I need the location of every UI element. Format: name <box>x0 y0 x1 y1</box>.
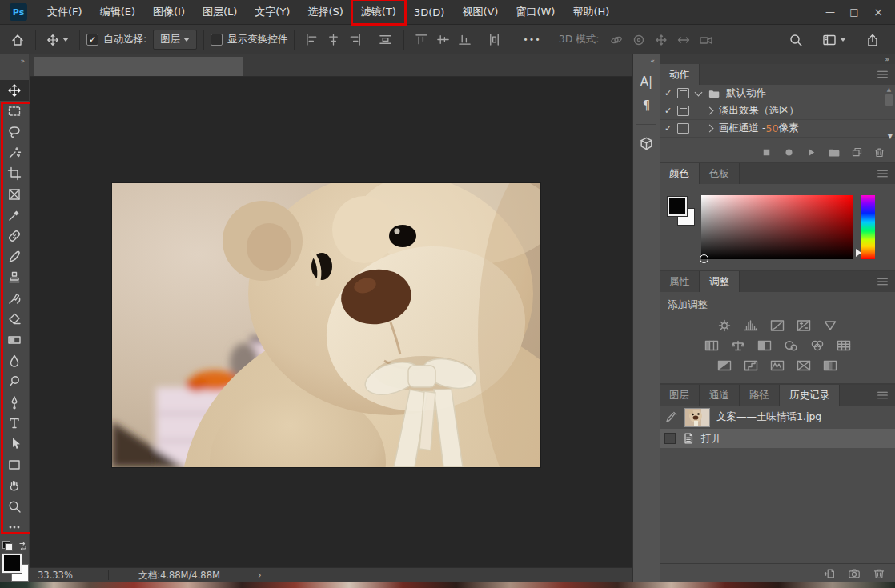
curves-button[interactable] <box>769 318 786 332</box>
gradient-map-button[interactable] <box>821 358 839 372</box>
menu-item-image[interactable]: 图像(I) <box>144 1 194 23</box>
new-action-set-button[interactable] <box>828 146 841 158</box>
hue-saturation-button[interactable] <box>703 338 720 352</box>
tool-dodge[interactable] <box>0 371 29 392</box>
history-source-checkbox[interactable] <box>664 433 676 444</box>
history-state-row-open[interactable]: 打开 <box>660 429 895 448</box>
tool-brush[interactable] <box>0 246 29 267</box>
hue-slider[interactable] <box>861 195 875 259</box>
tool-path-select[interactable] <box>0 434 29 454</box>
new-action-button[interactable] <box>851 146 863 158</box>
menu-item-layer[interactable]: 图层(L) <box>194 1 246 23</box>
close-button[interactable]: × <box>866 3 890 21</box>
zoom-level-field[interactable]: 33.33% <box>30 570 108 581</box>
tab-actions[interactable]: 动作 <box>660 64 700 85</box>
new-document-from-state-button[interactable] <box>823 567 836 580</box>
dialog-toggle-icon[interactable] <box>677 123 689 134</box>
tool-magic-wand[interactable] <box>0 142 29 163</box>
toolbar-collapse-button[interactable]: » <box>0 54 29 67</box>
threshold-button[interactable] <box>769 358 786 372</box>
tool-gradient[interactable] <box>0 330 29 350</box>
photo-filter-button[interactable] <box>782 338 800 352</box>
brightness-contrast-button[interactable] <box>716 318 733 332</box>
scroll-down-icon[interactable]: ▼ <box>888 133 893 140</box>
posterize-button[interactable] <box>742 358 760 372</box>
status-options-chevron[interactable]: › <box>250 570 270 581</box>
exposure-button[interactable] <box>795 318 813 332</box>
menu-item-view[interactable]: 视图(V) <box>453 1 507 23</box>
new-snapshot-button[interactable] <box>848 567 861 580</box>
tab-properties[interactable]: 属性 <box>660 271 700 292</box>
canvas[interactable] <box>30 77 632 567</box>
tool-move[interactable] <box>0 80 29 101</box>
character-panel-button[interactable]: A| <box>633 70 660 94</box>
invert-button[interactable] <box>716 358 733 372</box>
maximize-button[interactable]: □ <box>842 4 866 20</box>
more-options-button[interactable]: ••• <box>519 31 544 48</box>
collapse-panels-right-button[interactable]: » <box>885 55 889 63</box>
tool-clone-stamp[interactable] <box>0 267 29 288</box>
canvas-image-teddy-bear[interactable] <box>112 183 540 467</box>
scrollbar-thumb[interactable] <box>885 94 893 106</box>
3d-roll-button[interactable] <box>628 30 650 50</box>
align-left-button[interactable] <box>301 30 323 50</box>
selective-color-button[interactable] <box>795 358 813 372</box>
tab-channels[interactable]: 通道 <box>700 385 740 406</box>
tool-frame[interactable] <box>0 184 29 205</box>
scroll-up-icon[interactable]: ▲ <box>887 86 891 93</box>
color-balance-button[interactable] <box>729 338 747 352</box>
dialog-toggle-icon[interactable] <box>677 88 689 98</box>
align-top-button[interactable] <box>411 30 432 50</box>
action-enabled-check-icon[interactable]: ✓ <box>664 88 677 98</box>
action-row-default-actions[interactable]: ✓ 默认动作 <box>660 85 895 102</box>
menu-item-type[interactable]: 文字(Y) <box>246 1 299 23</box>
tool-blur[interactable] <box>0 350 29 371</box>
paragraph-panel-button[interactable]: ¶ <box>633 94 660 118</box>
workspace-switcher-button[interactable] <box>818 30 850 50</box>
tool-crop[interactable] <box>0 163 29 184</box>
tool-marquee[interactable] <box>0 101 29 122</box>
show-transform-checkbox[interactable]: ✓ <box>211 34 223 46</box>
delete-state-button[interactable] <box>873 567 885 580</box>
action-row-fade-effect[interactable]: ✓ 淡出效果（选区） <box>660 102 895 120</box>
black-white-button[interactable] <box>756 338 773 352</box>
tool-more[interactable] <box>0 517 29 538</box>
3d-pan-button[interactable] <box>650 30 672 50</box>
default-colors-icon[interactable] <box>2 541 13 551</box>
stop-button[interactable] <box>761 146 773 158</box>
tab-layers[interactable]: 图层 <box>660 385 700 406</box>
actions-scrollbar[interactable]: ▲ <box>885 86 893 106</box>
3d-orbit-button[interactable] <box>605 30 628 50</box>
tab-history[interactable]: 历史记录 <box>780 385 840 406</box>
tool-pen[interactable] <box>0 392 29 413</box>
chevron-right-icon[interactable] <box>706 107 714 115</box>
minimize-button[interactable]: — <box>818 4 842 20</box>
tool-rectangle[interactable] <box>0 454 29 475</box>
tool-hand[interactable] <box>0 475 29 496</box>
swap-colors-icon[interactable] <box>18 541 28 551</box>
action-enabled-check-icon[interactable]: ✓ <box>664 123 677 134</box>
hue-slider-arrow[interactable] <box>856 249 861 257</box>
menu-item-window[interactable]: 窗口(W) <box>507 1 564 23</box>
tool-zoom[interactable] <box>0 496 29 517</box>
tool-eyedropper[interactable] <box>0 205 29 226</box>
menu-item-edit[interactable]: 编辑(E) <box>91 1 144 23</box>
saturation-brightness-field[interactable] <box>701 195 853 259</box>
color-picker-indicator[interactable] <box>700 254 708 263</box>
auto-select-checkbox[interactable]: ✓ <box>86 34 98 46</box>
vibrance-button[interactable] <box>821 318 839 332</box>
distribute-horizontal-button[interactable] <box>374 30 397 50</box>
menu-item-file[interactable]: 文件(F) <box>38 1 91 23</box>
play-button[interactable] <box>805 146 817 158</box>
tool-type[interactable] <box>0 413 29 434</box>
3d-camera-button[interactable] <box>695 30 717 50</box>
tool-healing-brush[interactable] <box>0 226 29 246</box>
record-button[interactable] <box>783 146 795 158</box>
tool-history-brush[interactable] <box>0 288 29 309</box>
chevron-right-icon[interactable] <box>706 125 714 133</box>
tab-paths[interactable]: 路径 <box>740 385 780 406</box>
color-panel-menu-button[interactable] <box>877 169 889 178</box>
foreground-color-swatch[interactable] <box>2 554 22 573</box>
dialog-toggle-icon[interactable] <box>677 106 689 116</box>
tab-adjustments[interactable]: 调整 <box>700 271 740 292</box>
